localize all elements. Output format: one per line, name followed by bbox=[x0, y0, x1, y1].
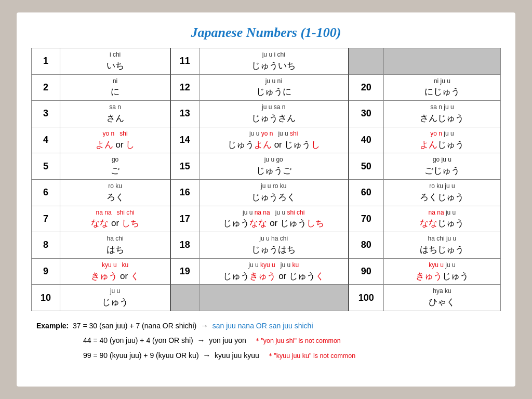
example-3: 99 = 90 (kyuu juu) + 9 (kyuu OR ku) → ky… bbox=[83, 348, 501, 363]
num-11: 11 bbox=[170, 48, 199, 75]
word-1: i chi いち bbox=[60, 48, 171, 75]
word-100: hya ku ひゃく bbox=[383, 285, 500, 311]
word-6: ro ku ろく bbox=[60, 179, 171, 206]
word-14: ju u yo n ju u shi じゅうよん or じゅうし bbox=[199, 127, 349, 153]
numbers-table: 1 i chi いち 11 ju u i chi じゅういち 2 ni に 12… bbox=[31, 48, 501, 311]
word-40: yo n ju u よんじゅう bbox=[383, 127, 500, 153]
word-col2-10 bbox=[199, 285, 349, 311]
word-19: ju u kyu u ju u ku じゅうきゅう or じゅうく bbox=[199, 258, 349, 285]
word-9: kyu u ku きゅう or く bbox=[60, 258, 171, 285]
num-100: 100 bbox=[349, 285, 384, 311]
word-col3-1 bbox=[383, 48, 500, 75]
main-card: Japanese Numbers (1-100) 1 i chi いち 11 j… bbox=[17, 12, 515, 387]
num-2: 2 bbox=[32, 74, 60, 101]
num-14: 14 bbox=[170, 127, 199, 153]
num-8: 8 bbox=[32, 232, 60, 259]
word-50: go ju u ごじゅう bbox=[383, 153, 500, 180]
num-19: 19 bbox=[170, 258, 199, 285]
word-5: go ご bbox=[60, 153, 171, 180]
num-18: 18 bbox=[170, 232, 199, 259]
num-15: 15 bbox=[170, 153, 199, 180]
num-70: 70 bbox=[349, 206, 384, 232]
num-20: 20 bbox=[349, 74, 384, 101]
word-15: ju u go じゅうご bbox=[199, 153, 349, 180]
word-70: na na ju u ななじゅう bbox=[383, 206, 500, 232]
word-17: ju u na na ju u shi chi じゅうなな or じゅうしち bbox=[199, 206, 349, 232]
word-30: sa n ju u さんじゅう bbox=[383, 101, 500, 127]
num-col3-1 bbox=[349, 48, 384, 75]
word-3: sa n さん bbox=[60, 101, 171, 127]
num-50: 50 bbox=[349, 153, 384, 180]
num-17: 17 bbox=[170, 206, 199, 232]
word-18: ju u ha chi じゅうはち bbox=[199, 232, 349, 259]
word-20: ni ju u にじゅう bbox=[383, 74, 500, 101]
word-60: ro ku ju u ろくじゅう bbox=[383, 179, 500, 206]
word-90: kyu u ju u きゅうじゅう bbox=[383, 258, 500, 285]
num-90: 90 bbox=[349, 258, 384, 285]
num-col2-10 bbox=[170, 285, 199, 311]
num-3: 3 bbox=[32, 101, 60, 127]
num-12: 12 bbox=[170, 74, 199, 101]
word-7: na na shi chi なな or しち bbox=[60, 206, 171, 232]
num-1: 1 bbox=[32, 48, 60, 75]
word-12: ju u ni じゅうに bbox=[199, 74, 349, 101]
num-7: 7 bbox=[32, 206, 60, 232]
example-2: 44 = 40 (yon juu) + 4 (yon OR shi) → yon… bbox=[83, 333, 501, 348]
num-60: 60 bbox=[349, 179, 384, 206]
ex3-note: ＊"kyuu juu ku" is not common bbox=[267, 352, 355, 360]
word-4: yo n shi よん or し bbox=[60, 127, 171, 153]
num-13: 13 bbox=[170, 101, 199, 127]
word-13: ju u sa n じゅうさん bbox=[199, 101, 349, 127]
word-8: ha chi はち bbox=[60, 232, 171, 259]
num-30: 30 bbox=[349, 101, 384, 127]
num-5: 5 bbox=[32, 153, 60, 180]
word-16: ju u ro ku じゅうろく bbox=[199, 179, 349, 206]
num-10: 10 bbox=[32, 285, 60, 311]
num-40: 40 bbox=[349, 127, 384, 153]
page-title: Japanese Numbers (1-100) bbox=[31, 25, 501, 41]
examples-section: Example: 37 = 30 (san juu) + 7 (nana OR … bbox=[31, 318, 501, 363]
num-9: 9 bbox=[32, 258, 60, 285]
example-1: Example: 37 = 30 (san juu) + 7 (nana OR … bbox=[36, 318, 501, 334]
word-10: ju u じゅう bbox=[60, 285, 171, 311]
num-16: 16 bbox=[170, 179, 199, 206]
ex2-note: ＊"yon juu shi" is not common bbox=[254, 337, 340, 344]
num-80: 80 bbox=[349, 232, 384, 259]
num-6: 6 bbox=[32, 179, 60, 206]
num-4: 4 bbox=[32, 127, 60, 153]
word-11: ju u i chi じゅういち bbox=[199, 48, 349, 75]
ex1-answer: san juu nana OR san juu shichi bbox=[212, 322, 313, 330]
word-2: ni に bbox=[60, 74, 171, 101]
word-80: ha chi ju u はちじゅう bbox=[383, 232, 500, 259]
